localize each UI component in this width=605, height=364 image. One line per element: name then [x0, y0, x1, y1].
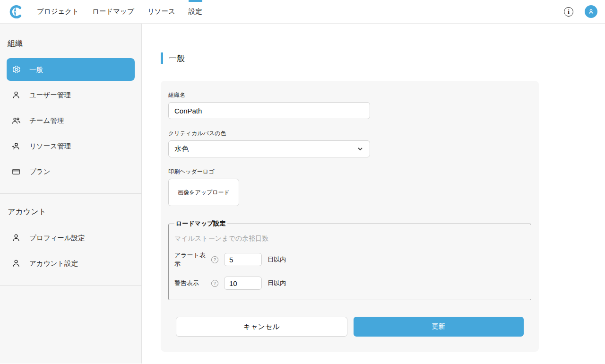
sidebar-item-label: 一般 — [29, 65, 43, 74]
nav-item-resources[interactable]: リソース — [147, 0, 175, 24]
roadmap-settings-fieldset: ロードマップ設定 マイルストーンまでの余裕日数 アラート表示 ? 日以内 警告表… — [168, 219, 531, 300]
sidebar-item-resource-management[interactable]: リソース管理 — [7, 135, 135, 157]
sidebar-item-label: プラン — [29, 167, 51, 176]
sidebar-item-profile-settings[interactable]: プロフィール設定 — [7, 226, 135, 249]
alert-display-label: アラート表示 — [174, 251, 211, 268]
sidebar-item-user-management[interactable]: ユーザー管理 — [7, 84, 135, 106]
user-icon — [11, 90, 21, 100]
org-name-input[interactable] — [168, 102, 370, 119]
info-icon[interactable]: i — [564, 7, 573, 17]
sidebar-item-label: プロフィール設定 — [29, 234, 85, 243]
user-avatar[interactable] — [585, 5, 597, 18]
sidebar-item-label: アカウント設定 — [29, 259, 78, 268]
person-icon — [588, 8, 595, 15]
upload-image-button[interactable]: 画像をアップロード — [168, 179, 239, 206]
warning-days-input[interactable] — [224, 277, 262, 290]
app-logo[interactable] — [8, 3, 23, 20]
gear-icon — [11, 65, 21, 74]
roadmap-settings-legend: ロードマップ設定 — [174, 219, 227, 228]
update-button[interactable]: 更新 — [354, 317, 524, 337]
help-icon[interactable]: ? — [211, 256, 218, 263]
credit-card-icon — [11, 167, 21, 176]
user-icon — [11, 233, 21, 243]
team-icon — [11, 116, 21, 125]
cancel-button[interactable]: キャンセル — [176, 317, 347, 337]
general-settings-card: 組織名 クリティカルパスの色 水色 印刷ヘッダーロゴ 画像をアップロード ロード… — [161, 81, 539, 352]
chevron-down-icon — [357, 146, 363, 152]
days-within-suffix: 日以内 — [268, 279, 286, 287]
critical-path-color-label: クリティカルパスの色 — [168, 130, 531, 138]
help-icon[interactable]: ? — [211, 280, 218, 287]
print-header-logo-label: 印刷ヘッダーロゴ — [168, 168, 531, 176]
settings-main-panel: 一般 組織名 クリティカルパスの色 水色 印刷ヘッダーロゴ 画像をアップロード … — [142, 24, 605, 364]
nav-item-roadmap[interactable]: ロードマップ — [92, 0, 134, 24]
warning-display-label: 警告表示 — [174, 279, 211, 287]
alert-days-input[interactable] — [224, 253, 262, 266]
critical-path-color-select[interactable]: 水色 — [168, 140, 370, 157]
sidebar-heading-organization: 組織 — [8, 39, 135, 49]
user-icon — [11, 259, 21, 268]
milestone-margin-hint: マイルストーンまでの余裕日数 — [174, 234, 525, 243]
days-within-suffix: 日以内 — [268, 255, 286, 264]
warning-display-row: 警告表示 ? 日以内 — [174, 277, 525, 290]
selected-color-value: 水色 — [174, 145, 189, 154]
compass-logo-icon — [8, 3, 23, 20]
sidebar-item-label: チーム管理 — [29, 116, 64, 125]
top-navbar: プロジェクト ロードマップ リソース 設定 i — [0, 0, 605, 24]
user-plus-icon — [11, 141, 21, 151]
sidebar-item-team-management[interactable]: チーム管理 — [7, 109, 135, 132]
settings-sidebar: 組織 一般 ユーザー管理 チーム管理 — [0, 24, 142, 364]
sidebar-item-label: ユーザー管理 — [29, 91, 71, 100]
org-name-label: 組織名 — [168, 91, 531, 99]
nav-item-settings[interactable]: 設定 — [189, 0, 202, 24]
title-accent-bar — [161, 52, 163, 64]
sidebar-divider — [0, 193, 141, 194]
sidebar-divider — [0, 285, 141, 286]
sidebar-item-account-settings[interactable]: アカウント設定 — [7, 252, 135, 275]
sidebar-item-label: リソース管理 — [29, 142, 71, 151]
sidebar-item-general[interactable]: 一般 — [7, 58, 135, 81]
alert-display-row: アラート表示 ? 日以内 — [174, 251, 525, 268]
main-nav: プロジェクト ロードマップ リソース 設定 — [37, 0, 202, 24]
sidebar-heading-account: アカウント — [8, 207, 135, 217]
page-title: 一般 — [169, 53, 185, 64]
sidebar-item-plan[interactable]: プラン — [7, 160, 135, 183]
nav-item-projects[interactable]: プロジェクト — [37, 0, 79, 24]
